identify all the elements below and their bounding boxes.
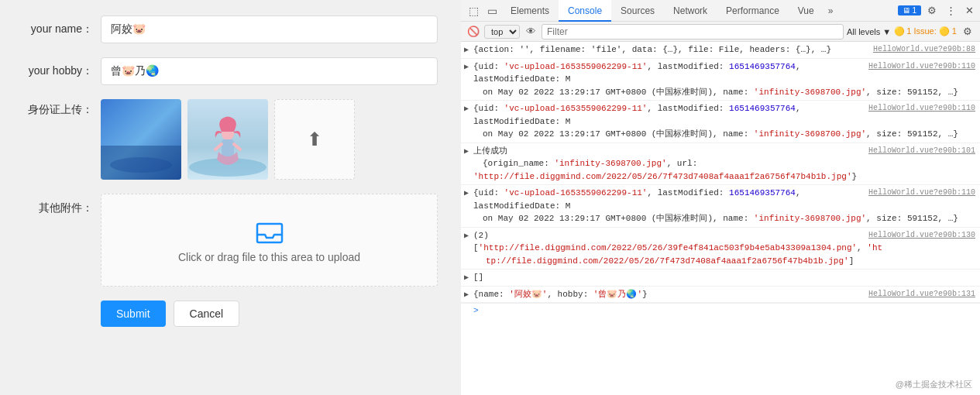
console-entry-4: ▶ HelloWorld.vue?e90b:101 上传成功 {origin_n… xyxy=(461,143,980,186)
svg-point-2 xyxy=(110,157,172,173)
svg-rect-9 xyxy=(257,224,282,242)
name-label: your name： xyxy=(23,22,93,36)
name-input[interactable] xyxy=(101,15,438,43)
expand-1[interactable]: ▶ xyxy=(464,44,469,56)
hobby-row: your hobby： xyxy=(23,57,438,85)
entry-4-link[interactable]: HelloWorld.vue?e90b:101 xyxy=(868,145,975,156)
image-thumb-1-svg xyxy=(101,99,181,180)
console-entry-6: ▶ HelloWorld.vue?e90b:130 (2) ['http://f… xyxy=(461,228,980,270)
all-levels-dropdown[interactable]: All levels ▼ xyxy=(847,27,891,36)
hobby-label: your hobby： xyxy=(23,64,93,78)
attachment-inbox-icon xyxy=(254,218,285,251)
submit-button[interactable]: Submit xyxy=(101,301,166,327)
expand-7[interactable]: ▶ xyxy=(464,272,469,283)
entry-3-link[interactable]: HelloWorld.vue?e90b:110 xyxy=(868,102,975,114)
attachment-row: 其他附件： Click or drag file to this area to… xyxy=(23,194,438,287)
entry-8-link[interactable]: HelloWorld.vue?e90b:131 xyxy=(868,288,975,300)
tab-console[interactable]: Console xyxy=(559,0,611,22)
close-devtools-button[interactable]: ✕ xyxy=(961,3,977,19)
image-upload-area: ⬆ xyxy=(101,99,355,180)
tab-more-button[interactable]: » xyxy=(824,5,838,16)
console-entry-3: ▶ HelloWorld.vue?e90b:110 {uid: 'vc-uplo… xyxy=(461,101,980,143)
devtools-cursor-icon[interactable]: ⬚ xyxy=(464,2,483,20)
clear-console-button[interactable]: 🚫 xyxy=(466,24,481,40)
console-prompt[interactable]: > xyxy=(461,303,980,318)
settings-icon[interactable]: ⚙ xyxy=(924,3,940,19)
entry-2-link[interactable]: HelloWorld.vue?e90b:110 xyxy=(868,60,975,72)
expand-3[interactable]: ▶ xyxy=(464,103,469,115)
eye-icon[interactable]: 👁 xyxy=(523,24,538,40)
expand-4[interactable]: ▶ xyxy=(464,146,469,157)
image-thumb-2[interactable] xyxy=(187,99,268,180)
console-entry-8: ▶ HelloWorld.vue?e90b:131 {name: '阿姣🐷', … xyxy=(461,287,980,304)
entry-5-link[interactable]: HelloWorld.vue?e90b:110 xyxy=(868,187,975,198)
console-icon: 🖥 xyxy=(903,6,910,15)
image-thumb-1[interactable] xyxy=(101,99,181,180)
name-row: your name： xyxy=(23,15,438,43)
expand-5[interactable]: ▶ xyxy=(464,187,469,199)
console-output: ▶ HelloWorld.vue?e90b:88 {action: '', fi… xyxy=(461,42,980,395)
console-entry-5: ▶ HelloWorld.vue?e90b:110 {uid: 'vc-uplo… xyxy=(461,185,980,228)
image-thumb-2-svg xyxy=(187,99,268,180)
hobby-input[interactable] xyxy=(101,57,438,85)
id-upload-row: 身份证上传： xyxy=(23,99,438,180)
watermark: @稀土掘金技术社区 xyxy=(896,379,972,390)
entry-6-link[interactable]: HelloWorld.vue?e90b:130 xyxy=(868,229,975,241)
form-panel: your name： your hobby： 身份证上传： xyxy=(0,0,461,395)
issue-warning-icon: 🟡 xyxy=(894,26,905,36)
devtools-actions: 🖥 1 ⚙ ⋮ ✕ xyxy=(898,3,977,19)
console-settings-icon[interactable]: ⚙ xyxy=(960,24,975,40)
upload-icon: ⬆ xyxy=(307,129,322,150)
svg-rect-6 xyxy=(222,139,234,156)
id-upload-label: 身份证上传： xyxy=(23,99,93,117)
expand-8[interactable]: ▶ xyxy=(464,289,469,301)
tab-sources[interactable]: Sources xyxy=(611,0,664,22)
tab-performance[interactable]: Performance xyxy=(717,0,789,22)
filter-input[interactable] xyxy=(542,24,844,40)
cancel-button[interactable]: Cancel xyxy=(174,301,240,327)
expand-6[interactable]: ▶ xyxy=(464,230,469,242)
devtools-mobile-icon[interactable]: ▭ xyxy=(483,2,501,20)
console-entry-7: ▶ [] xyxy=(461,270,980,287)
console-toolbar: 🚫 top 👁 All levels ▼ 🟡 1 Issue: 🟡 1 ⚙ xyxy=(461,22,980,42)
expand-2[interactable]: ▶ xyxy=(464,61,469,73)
button-row: Submit Cancel xyxy=(101,301,438,327)
attachment-label: 其他附件： xyxy=(23,194,93,215)
prompt-indicator: > xyxy=(473,306,479,315)
console-entry-2: ▶ HelloWorld.vue?e90b:110 {uid: 'vc-uplo… xyxy=(461,59,980,101)
top-context-select[interactable]: top xyxy=(484,25,520,39)
tab-elements[interactable]: Elements xyxy=(501,0,559,22)
console-badge[interactable]: 🖥 1 xyxy=(898,5,921,15)
devtools-tab-bar: ⬚ ▭ Elements Console Sources Network Per… xyxy=(461,0,980,22)
badge-count: 1 xyxy=(912,6,916,15)
issues-indicator[interactable]: 🟡 1 Issue: 🟡 1 xyxy=(894,26,957,36)
more-options-icon[interactable]: ⋮ xyxy=(943,3,958,19)
attachment-upload-area[interactable]: Click or drag file to this area to uploa… xyxy=(101,194,438,287)
attachment-upload-text: Click or drag file to this area to uploa… xyxy=(178,251,360,263)
tab-network[interactable]: Network xyxy=(664,0,717,22)
tab-vue[interactable]: Vue xyxy=(789,0,824,22)
console-entry-1: ▶ HelloWorld.vue?e90b:88 {action: '', fi… xyxy=(461,42,980,59)
add-image-button[interactable]: ⬆ xyxy=(274,99,355,180)
entry-1-link[interactable]: HelloWorld.vue?e90b:88 xyxy=(873,43,975,55)
devtools-panel: ⬚ ▭ Elements Console Sources Network Per… xyxy=(461,0,980,395)
